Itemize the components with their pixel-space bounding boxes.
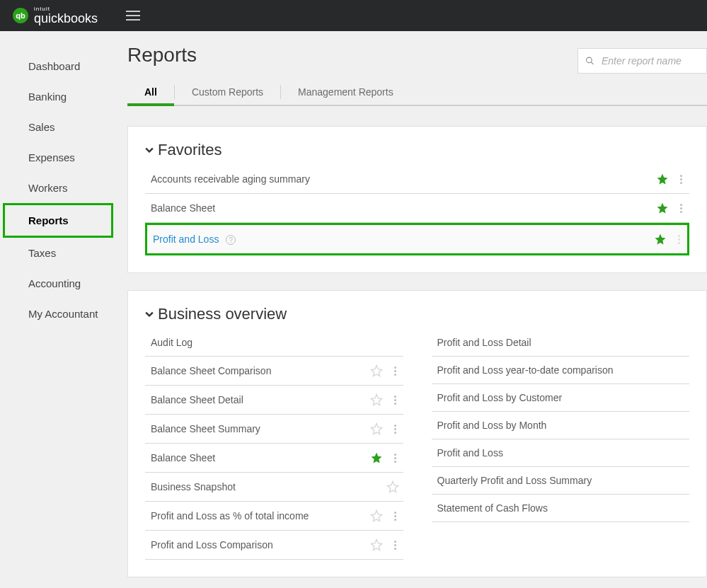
more-options-icon[interactable] xyxy=(391,541,399,550)
tab-custom-reports[interactable]: Custom Reports xyxy=(175,79,280,105)
star-icon[interactable] xyxy=(370,509,383,522)
report-link[interactable]: Balance Sheet xyxy=(151,202,656,214)
report-row: Profit and Loss Comparison xyxy=(145,531,403,560)
report-row: Profit and Loss by Customer xyxy=(432,384,690,412)
search-input[interactable] xyxy=(600,54,699,67)
report-row: Balance Sheet xyxy=(145,444,403,473)
report-link[interactable]: Profit and Loss as % of total income xyxy=(151,510,370,521)
report-link[interactable]: Accounts receivable aging summary xyxy=(151,173,656,185)
sidebar-item-banking[interactable]: Banking xyxy=(0,81,113,112)
overview-header[interactable]: Business overview xyxy=(145,305,689,323)
report-row: Profit and Loss as % of total income xyxy=(145,502,403,531)
brand-title: quickbooks xyxy=(34,12,98,25)
main-content: Reports All Custom Reports Management Re… xyxy=(113,31,707,588)
more-options-icon[interactable] xyxy=(677,175,685,184)
caret-down-icon xyxy=(145,310,154,318)
app-body: Dashboard Banking Sales Expenses Workers… xyxy=(0,31,707,588)
report-link[interactable]: Profit and Loss year-to-date comparison xyxy=(437,364,686,376)
more-options-icon[interactable] xyxy=(391,454,399,463)
more-options-icon[interactable] xyxy=(677,204,685,213)
report-row: Business Snapshot xyxy=(145,473,403,502)
sidebar-item-accounting[interactable]: Accounting xyxy=(0,268,113,299)
report-link[interactable]: Business Snapshot xyxy=(151,481,386,492)
brand-logo[interactable]: qb intuit quickbooks xyxy=(13,6,98,25)
report-link[interactable]: Audit Log xyxy=(151,337,399,348)
star-icon[interactable] xyxy=(370,538,383,551)
report-link[interactable]: Profit and Loss by Month xyxy=(437,420,686,431)
svg-line-1 xyxy=(591,62,593,64)
report-row: Balance Sheet xyxy=(145,194,689,223)
sidebar-item-reports[interactable]: Reports xyxy=(3,203,113,238)
report-link[interactable]: Balance Sheet Comparison xyxy=(151,365,370,376)
star-icon[interactable] xyxy=(370,422,383,435)
overview-title: Business overview xyxy=(158,305,287,323)
star-icon[interactable] xyxy=(370,364,383,377)
report-link[interactable]: Profit and Loss xyxy=(437,447,686,459)
report-row: Profit and Loss by Month xyxy=(432,412,690,439)
report-row-highlighted: Profit and Loss ? xyxy=(145,223,689,255)
star-icon[interactable] xyxy=(654,233,667,246)
sidebar-item-my-accountant[interactable]: My Accountant xyxy=(0,299,113,329)
more-options-icon[interactable] xyxy=(391,396,399,405)
more-options-icon[interactable] xyxy=(391,425,399,434)
report-search[interactable] xyxy=(577,48,707,74)
sidebar-item-workers[interactable]: Workers xyxy=(0,173,113,203)
caret-down-icon xyxy=(145,146,154,154)
star-icon[interactable] xyxy=(656,173,669,185)
top-bar: qb intuit quickbooks xyxy=(0,0,707,31)
tab-management-reports[interactable]: Management Reports xyxy=(281,79,410,105)
favorites-title: Favorites xyxy=(158,141,222,159)
report-link[interactable]: Balance Sheet xyxy=(151,452,370,463)
report-row: Audit Log xyxy=(145,329,403,357)
report-link[interactable]: Profit and Loss ? xyxy=(153,234,654,246)
report-link[interactable]: Profit and Loss Comparison xyxy=(151,539,370,550)
overview-column-left: Audit Log Balance Sheet Comparison Balan… xyxy=(145,329,403,560)
favorites-panel: Favorites Accounts receivable aging summ… xyxy=(127,126,707,273)
star-icon[interactable] xyxy=(370,393,383,406)
report-row: Profit and Loss Detail xyxy=(432,329,690,357)
report-link[interactable]: Balance Sheet Detail xyxy=(151,394,370,405)
more-options-icon[interactable] xyxy=(391,367,399,376)
report-link[interactable]: Balance Sheet Summary xyxy=(151,423,370,434)
report-row: Balance Sheet Detail xyxy=(145,386,403,415)
help-icon[interactable]: ? xyxy=(226,235,236,245)
hamburger-menu-icon[interactable] xyxy=(126,11,140,21)
report-link[interactable]: Quarterly Profit and Loss Summary xyxy=(437,475,686,486)
report-link[interactable]: Profit and Loss Detail xyxy=(437,337,686,348)
overview-columns: Audit Log Balance Sheet Comparison Balan… xyxy=(145,329,689,560)
star-icon[interactable] xyxy=(386,480,399,493)
report-row: Quarterly Profit and Loss Summary xyxy=(432,467,690,495)
report-row: Balance Sheet Summary xyxy=(145,415,403,444)
report-row: Profit and Loss xyxy=(432,439,690,467)
sidebar-item-sales[interactable]: Sales xyxy=(0,112,113,142)
more-options-icon[interactable] xyxy=(391,512,399,521)
svg-point-0 xyxy=(587,57,592,63)
sidebar-item-taxes[interactable]: Taxes xyxy=(0,238,113,268)
report-link[interactable]: Profit and Loss by Customer xyxy=(437,392,686,403)
star-icon[interactable] xyxy=(370,451,383,464)
sidebar-item-expenses[interactable]: Expenses xyxy=(0,142,113,173)
report-row: Balance Sheet Comparison xyxy=(145,357,403,386)
report-link[interactable]: Statement of Cash Flows xyxy=(437,502,686,514)
overview-panel: Business overview Audit Log Balance Shee… xyxy=(127,290,707,577)
more-options-icon[interactable] xyxy=(675,235,683,244)
report-row: Statement of Cash Flows xyxy=(432,495,690,522)
sidebar-nav: Dashboard Banking Sales Expenses Workers… xyxy=(0,31,113,588)
report-tabs: All Custom Reports Management Reports xyxy=(127,79,707,106)
brand-badge-icon: qb xyxy=(13,8,28,23)
search-icon xyxy=(585,55,594,67)
brand-text: intuit quickbooks xyxy=(34,6,98,25)
report-row: Profit and Loss year-to-date comparison xyxy=(432,357,690,384)
report-row: Accounts receivable aging summary xyxy=(145,165,689,194)
tab-all[interactable]: All xyxy=(127,79,174,105)
star-icon[interactable] xyxy=(656,202,669,214)
overview-column-right: Profit and Loss Detail Profit and Loss y… xyxy=(432,329,690,560)
favorites-header[interactable]: Favorites xyxy=(145,141,689,159)
sidebar-item-dashboard[interactable]: Dashboard xyxy=(0,51,113,81)
